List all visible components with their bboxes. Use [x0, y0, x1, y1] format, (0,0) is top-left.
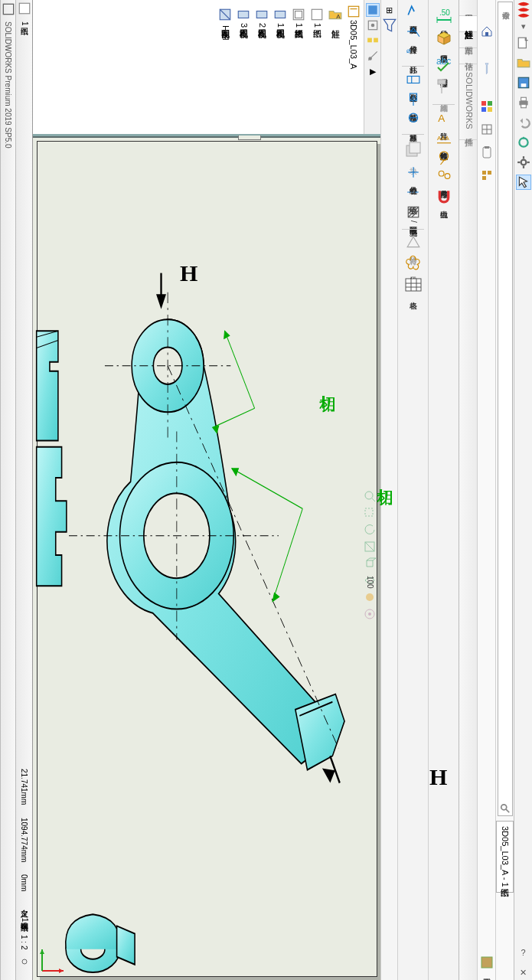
tree-node-section[interactable]: 剖面视图 H-H: [218, 8, 232, 41]
hud-section-icon[interactable]: [364, 541, 376, 553]
status-gear-icon[interactable]: [18, 956, 31, 968]
spell-icon: abc: [435, 54, 453, 72]
hud-zoomarea-icon[interactable]: [364, 507, 376, 519]
smart-dimension-button[interactable]: .50 智能尺寸: [430, 5, 458, 24]
ribbon-tab-annotation[interactable]: 注解: [459, 16, 477, 32]
taskpane-funnel-icon[interactable]: [479, 46, 494, 92]
balloon-button[interactable]: [430, 151, 458, 165]
svg-line-105: [372, 498, 375, 501]
datum-target-button[interactable]: 基准目标: [400, 113, 427, 128]
selection-icon[interactable]: [516, 175, 531, 190]
shaded-sketch-icon[interactable]: [480, 956, 494, 969]
tree-root-node[interactable]: 3D05_L03_A: [347, 5, 361, 69]
hud-prev-icon[interactable]: [364, 524, 376, 536]
hud-more-icon[interactable]: [364, 608, 376, 620]
sheet-tab-icon[interactable]: [18, 2, 31, 15]
search-command-input[interactable]: 搜索命令: [498, 2, 513, 816]
tree-node-sheet1[interactable]: 图纸1: [310, 8, 324, 41]
gtol-button[interactable]: 形位公差: [400, 73, 427, 88]
ribbon-tab-evaluate[interactable]: 评估: [459, 48, 477, 64]
options-icon[interactable]: [516, 155, 531, 170]
fm-tree-tab-icon[interactable]: [366, 3, 380, 17]
note-button[interactable]: A 注释: [430, 111, 458, 126]
datum-feature-button[interactable]: A 基准特征: [400, 93, 427, 108]
sheet-icon: [310, 8, 324, 21]
manager-tabs: ▶: [364, 0, 380, 134]
hatch-button[interactable]: 区域剖面线/填充: [400, 205, 427, 223]
property-mgr-tab-icon[interactable]: [366, 18, 380, 32]
svg-line-59: [408, 207, 415, 214]
filter-icon[interactable]: [383, 18, 397, 32]
taskpane-custom-icon[interactable]: [479, 167, 494, 184]
hud-color-icon[interactable]: [364, 591, 376, 603]
undo-icon[interactable]: [516, 115, 531, 130]
window-title: SOLIDWORKS Premium 2019 SP5.0: [4, 21, 12, 980]
hole-callout-button[interactable]: ⌀ 孔标注: [400, 44, 427, 60]
status-scale[interactable]: 1 : 2: [18, 929, 30, 956]
format-painter-button[interactable]: 格式涂刷器: [430, 78, 458, 98]
dimxpert-tab-icon[interactable]: [366, 49, 380, 63]
block-button[interactable]: 块: [400, 141, 427, 161]
status-editing: 在编辑 图纸1: [18, 910, 31, 928]
print-icon[interactable]: [516, 95, 531, 110]
ribbon-tab-viewlayout[interactable]: 视图布局: [459, 0, 477, 16]
window-titlebar: SOLIDWORKS Premium 2019 SP5.0: [0, 0, 15, 980]
taskpane-clip-icon[interactable]: [479, 144, 494, 161]
model-items-icon: [435, 29, 453, 47]
hud-zoomfit-icon[interactable]: [364, 490, 376, 502]
svg-rect-106: [365, 508, 373, 516]
svg-rect-25: [488, 171, 491, 175]
tree-node-view1[interactable]: 工程图视图1: [273, 8, 287, 41]
ribbon-tab-addins[interactable]: SOLIDWORKS 插件: [459, 64, 477, 140]
spell-check-button[interactable]: abc 拼写检验程序: [430, 54, 458, 74]
rev-cloud-button[interactable]: 修订云: [400, 256, 427, 271]
status-custom[interactable]: 自定义: [18, 968, 31, 980]
svg-rect-62: [406, 279, 421, 291]
help-icon[interactable]: ?: [516, 945, 531, 960]
window-maximize-icon[interactable]: [2, 3, 15, 15]
new-icon[interactable]: [516, 35, 531, 51]
svg-rect-78: [295, 11, 302, 18]
svg-text:AAA: AAA: [437, 135, 449, 142]
linear-pattern-button[interactable]: AAA 线性注释阵列: [430, 131, 458, 146]
surface-finish-button[interactable]: 表面粗糙度: [400, 5, 427, 20]
config-mgr-tab-icon[interactable]: [366, 34, 380, 47]
taskpane-home-icon[interactable]: [479, 23, 494, 40]
hud-display-icon[interactable]: [364, 557, 376, 570]
svg-text:⌀: ⌀: [406, 47, 411, 54]
feature-tree[interactable]: 3D05_L03_A A 注解 图纸1 图纸格式1: [33, 0, 364, 134]
taskpane-palette-icon[interactable]: [479, 98, 494, 115]
rebuild-icon[interactable]: [516, 135, 531, 150]
svg-rect-53: [410, 142, 420, 153]
drawing-canvas[interactable]: 相切 相切 H H 100: [33, 136, 380, 980]
open-icon[interactable]: [516, 55, 531, 70]
window-close-icon[interactable]: ✕: [516, 965, 531, 980]
svg-rect-5: [521, 104, 526, 108]
weld-symbol-button[interactable]: 焊接符号: [400, 24, 427, 40]
auto-balloon-button[interactable]: 自动零件序号: [430, 169, 458, 185]
display-mgr-tab-icon[interactable]: ▶: [366, 64, 380, 78]
model-items-button[interactable]: 模型项目: [430, 29, 458, 49]
app-menu-dropdown-icon[interactable]: ▾: [517, 21, 530, 31]
save-icon[interactable]: [516, 75, 531, 90]
rev-symbol-button[interactable]: 修订符号: [400, 236, 427, 251]
search-icon: [500, 803, 511, 814]
ribbon-tab-sketch[interactable]: 草图: [459, 32, 477, 48]
sheet-tab-label[interactable]: 图纸1: [18, 15, 31, 32]
tree-node-view3[interactable]: 工程图视图3: [237, 8, 250, 41]
note-icon: A: [437, 111, 451, 125]
expand-tree-icon[interactable]: ⊞: [383, 3, 397, 17]
view-icon: [237, 8, 250, 21]
center-mark-button[interactable]: 中心符号线: [400, 165, 427, 181]
svg-line-97: [224, 331, 254, 408]
document-tab[interactable]: 3D05_L03_A - 图纸1: [496, 821, 514, 893]
tree-node-view2[interactable]: 工程图视图2: [255, 8, 269, 41]
magnet-line-button[interactable]: 磁力线: [430, 189, 458, 204]
svg-rect-18: [488, 107, 492, 112]
tree-node-annotations[interactable]: A 注解: [328, 8, 342, 41]
taskpane-view-icon[interactable]: [479, 121, 494, 138]
tree-node-sheetfmt[interactable]: 图纸格式1: [292, 8, 305, 41]
table-button[interactable]: 表格: [400, 276, 427, 296]
centerline-button[interactable]: 中心线: [400, 185, 427, 201]
svg-rect-16: [488, 101, 492, 106]
